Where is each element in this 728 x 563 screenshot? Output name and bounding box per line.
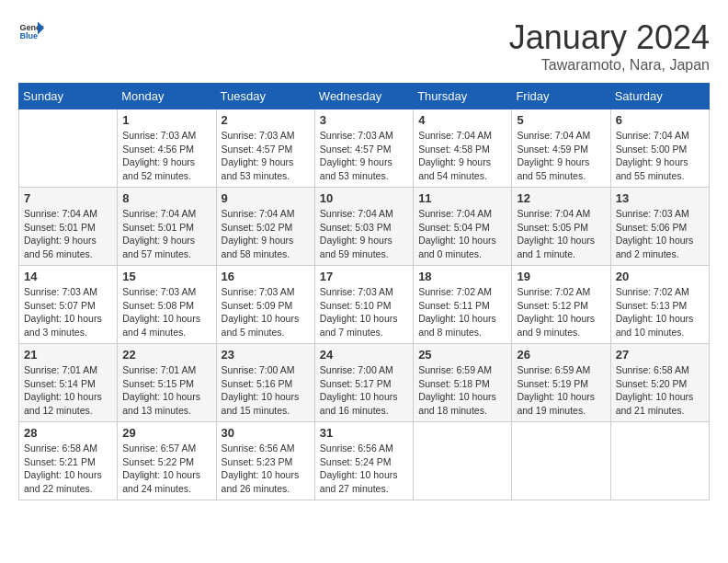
day-number: 9 xyxy=(222,191,310,205)
day-number: 25 xyxy=(418,348,506,362)
calendar-cell xyxy=(414,422,512,500)
calendar-week-row: 21Sunrise: 7:01 AMSunset: 5:14 PMDayligh… xyxy=(19,344,710,422)
calendar-cell: 25Sunrise: 6:59 AMSunset: 5:18 PMDayligh… xyxy=(414,344,512,422)
day-number: 21 xyxy=(24,348,112,362)
header: General Blue January 2024 Tawaramoto, Na… xyxy=(18,18,710,74)
calendar-week-row: 1Sunrise: 7:03 AMSunset: 4:56 PMDaylight… xyxy=(19,109,710,188)
page-title: January 2024 xyxy=(509,18,710,57)
logo: General Blue xyxy=(18,18,44,44)
calendar-cell: 15Sunrise: 7:03 AMSunset: 5:08 PMDayligh… xyxy=(118,266,216,344)
day-info: Sunrise: 7:03 AMSunset: 5:09 PMDaylight:… xyxy=(222,285,310,339)
day-number: 22 xyxy=(122,348,210,362)
day-info: Sunrise: 7:04 AMSunset: 5:01 PMDaylight:… xyxy=(122,207,210,261)
calendar-cell: 31Sunrise: 6:56 AMSunset: 5:24 PMDayligh… xyxy=(314,422,413,500)
calendar-cell: 8Sunrise: 7:04 AMSunset: 5:01 PMDaylight… xyxy=(118,188,216,266)
day-number: 27 xyxy=(616,348,704,362)
weekday-header-wednesday: Wednesday xyxy=(314,84,413,109)
calendar-cell: 17Sunrise: 7:03 AMSunset: 5:10 PMDayligh… xyxy=(314,266,413,344)
day-number: 3 xyxy=(320,113,408,127)
day-number: 17 xyxy=(320,270,408,283)
day-number: 4 xyxy=(418,113,506,127)
day-info: Sunrise: 7:02 AMSunset: 5:11 PMDaylight:… xyxy=(418,285,506,339)
title-section: January 2024 Tawaramoto, Nara, Japan xyxy=(509,18,710,74)
calendar-cell: 24Sunrise: 7:00 AMSunset: 5:17 PMDayligh… xyxy=(314,344,413,422)
weekday-header-monday: Monday xyxy=(118,84,216,109)
day-info: Sunrise: 7:03 AMSunset: 5:07 PMDaylight:… xyxy=(24,285,112,339)
calendar-cell: 28Sunrise: 6:58 AMSunset: 5:21 PMDayligh… xyxy=(19,422,118,500)
day-info: Sunrise: 7:03 AMSunset: 5:06 PMDaylight:… xyxy=(616,207,704,261)
day-info: Sunrise: 7:02 AMSunset: 5:13 PMDaylight:… xyxy=(616,285,704,339)
day-number: 13 xyxy=(616,191,704,205)
calendar-cell: 14Sunrise: 7:03 AMSunset: 5:07 PMDayligh… xyxy=(19,266,118,344)
day-number: 2 xyxy=(222,113,310,127)
svg-text:Blue: Blue xyxy=(19,31,38,40)
calendar-cell: 21Sunrise: 7:01 AMSunset: 5:14 PMDayligh… xyxy=(19,344,118,422)
day-number: 8 xyxy=(122,191,210,205)
calendar-week-row: 14Sunrise: 7:03 AMSunset: 5:07 PMDayligh… xyxy=(19,266,710,344)
calendar-cell: 2Sunrise: 7:03 AMSunset: 4:57 PMDaylight… xyxy=(216,109,314,188)
day-number: 31 xyxy=(320,426,408,440)
weekday-header-friday: Friday xyxy=(512,84,610,109)
calendar-cell: 3Sunrise: 7:03 AMSunset: 4:57 PMDaylight… xyxy=(314,109,413,188)
day-info: Sunrise: 6:57 AMSunset: 5:22 PMDaylight:… xyxy=(122,442,210,496)
day-info: Sunrise: 7:04 AMSunset: 4:58 PMDaylight:… xyxy=(418,129,506,183)
calendar-cell xyxy=(610,422,709,500)
calendar-cell: 16Sunrise: 7:03 AMSunset: 5:09 PMDayligh… xyxy=(216,266,314,344)
day-info: Sunrise: 7:04 AMSunset: 4:59 PMDaylight:… xyxy=(517,129,605,183)
calendar-cell: 19Sunrise: 7:02 AMSunset: 5:12 PMDayligh… xyxy=(512,266,610,344)
day-info: Sunrise: 7:02 AMSunset: 5:12 PMDaylight:… xyxy=(517,285,605,339)
day-info: Sunrise: 7:03 AMSunset: 5:08 PMDaylight:… xyxy=(122,285,210,339)
calendar-table: SundayMondayTuesdayWednesdayThursdayFrid… xyxy=(18,83,710,500)
day-info: Sunrise: 7:01 AMSunset: 5:15 PMDaylight:… xyxy=(122,363,210,418)
day-number: 18 xyxy=(418,270,506,283)
day-number: 19 xyxy=(517,270,605,283)
day-info: Sunrise: 7:04 AMSunset: 5:05 PMDaylight:… xyxy=(517,207,605,261)
day-number: 1 xyxy=(122,113,210,127)
calendar-cell: 26Sunrise: 6:59 AMSunset: 5:19 PMDayligh… xyxy=(512,344,610,422)
day-info: Sunrise: 7:04 AMSunset: 5:03 PMDaylight:… xyxy=(320,207,408,261)
day-number: 26 xyxy=(517,348,605,362)
calendar-cell: 27Sunrise: 6:58 AMSunset: 5:20 PMDayligh… xyxy=(610,344,709,422)
day-info: Sunrise: 6:59 AMSunset: 5:18 PMDaylight:… xyxy=(418,363,506,418)
day-info: Sunrise: 6:56 AMSunset: 5:23 PMDaylight:… xyxy=(222,442,310,496)
weekday-header-saturday: Saturday xyxy=(610,84,709,109)
day-number: 29 xyxy=(122,426,210,440)
day-info: Sunrise: 7:04 AMSunset: 5:02 PMDaylight:… xyxy=(222,207,310,261)
day-info: Sunrise: 7:00 AMSunset: 5:17 PMDaylight:… xyxy=(320,363,408,418)
calendar-cell: 18Sunrise: 7:02 AMSunset: 5:11 PMDayligh… xyxy=(414,266,512,344)
calendar-cell: 5Sunrise: 7:04 AMSunset: 4:59 PMDaylight… xyxy=(512,109,610,188)
calendar-cell: 9Sunrise: 7:04 AMSunset: 5:02 PMDaylight… xyxy=(216,188,314,266)
calendar-cell: 29Sunrise: 6:57 AMSunset: 5:22 PMDayligh… xyxy=(118,422,216,500)
calendar-cell xyxy=(19,109,118,188)
day-number: 5 xyxy=(517,113,605,127)
calendar-cell: 30Sunrise: 6:56 AMSunset: 5:23 PMDayligh… xyxy=(216,422,314,500)
day-number: 16 xyxy=(222,270,310,283)
day-info: Sunrise: 7:03 AMSunset: 4:57 PMDaylight:… xyxy=(320,129,408,183)
weekday-header-tuesday: Tuesday xyxy=(216,84,314,109)
day-info: Sunrise: 6:58 AMSunset: 5:21 PMDaylight:… xyxy=(24,442,112,496)
calendar-cell: 23Sunrise: 7:00 AMSunset: 5:16 PMDayligh… xyxy=(216,344,314,422)
calendar-week-row: 28Sunrise: 6:58 AMSunset: 5:21 PMDayligh… xyxy=(19,422,710,500)
day-number: 14 xyxy=(24,270,112,283)
calendar-cell: 13Sunrise: 7:03 AMSunset: 5:06 PMDayligh… xyxy=(610,188,709,266)
day-info: Sunrise: 7:04 AMSunset: 5:00 PMDaylight:… xyxy=(616,129,704,183)
weekday-header-sunday: Sunday xyxy=(19,84,118,109)
day-info: Sunrise: 7:00 AMSunset: 5:16 PMDaylight:… xyxy=(222,363,310,418)
day-number: 11 xyxy=(418,191,506,205)
calendar-cell xyxy=(512,422,610,500)
day-number: 7 xyxy=(24,191,112,205)
day-info: Sunrise: 6:58 AMSunset: 5:20 PMDaylight:… xyxy=(616,363,704,418)
day-info: Sunrise: 7:04 AMSunset: 5:01 PMDaylight:… xyxy=(24,207,112,261)
calendar-cell: 7Sunrise: 7:04 AMSunset: 5:01 PMDaylight… xyxy=(19,188,118,266)
calendar-header-row: SundayMondayTuesdayWednesdayThursdayFrid… xyxy=(19,84,710,109)
day-info: Sunrise: 7:03 AMSunset: 4:56 PMDaylight:… xyxy=(122,129,210,183)
day-number: 24 xyxy=(320,348,408,362)
calendar-cell: 4Sunrise: 7:04 AMSunset: 4:58 PMDaylight… xyxy=(414,109,512,188)
calendar-cell: 12Sunrise: 7:04 AMSunset: 5:05 PMDayligh… xyxy=(512,188,610,266)
day-number: 6 xyxy=(616,113,704,127)
calendar-cell: 11Sunrise: 7:04 AMSunset: 5:04 PMDayligh… xyxy=(414,188,512,266)
day-info: Sunrise: 6:59 AMSunset: 5:19 PMDaylight:… xyxy=(517,363,605,418)
day-number: 15 xyxy=(122,270,210,283)
calendar-cell: 1Sunrise: 7:03 AMSunset: 4:56 PMDaylight… xyxy=(118,109,216,188)
day-number: 30 xyxy=(222,426,310,440)
